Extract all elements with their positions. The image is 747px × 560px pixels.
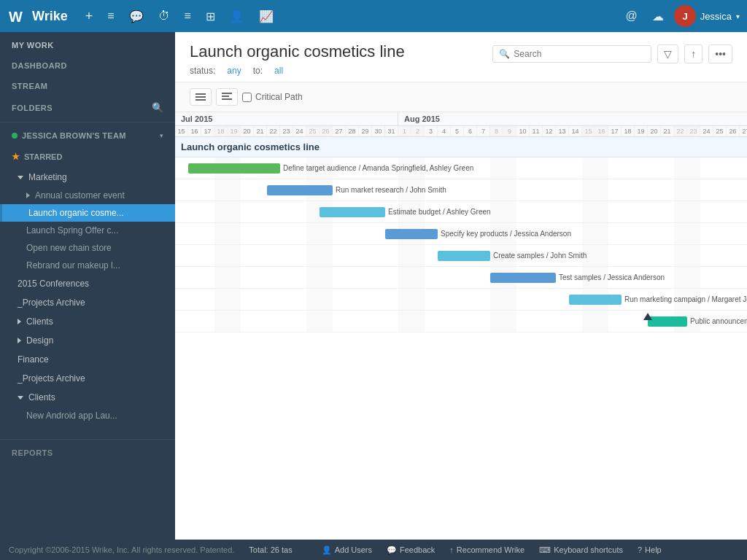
search-box[interactable]: 🔍 (492, 45, 651, 63)
gantt-scroll-area[interactable]: Jul 2015 Aug 2015 1516171819202122232425… (175, 112, 747, 540)
gantt-task-label-5: Test samples / Jessica Anderson (559, 273, 665, 281)
gantt-row-0[interactable]: Define target audience / Amanda Springfi… (175, 158, 747, 179)
folder-design[interactable]: Design (0, 331, 175, 350)
sidebar-item-folders[interactable]: FOLDERS 🔍 (0, 96, 175, 119)
search-input[interactable] (514, 49, 645, 59)
folder-new-android[interactable]: New Android app Lau... (0, 407, 175, 424)
day-cell-21: 21 (254, 126, 267, 136)
gantt-row-7[interactable]: Public announcement / Jessica Brown (175, 311, 747, 332)
svg-rect-7 (222, 93, 232, 94)
svg-rect-4 (196, 93, 206, 95)
day-cell-23: 23 (280, 126, 293, 136)
avatar: J (674, 5, 696, 27)
gantt-row-3[interactable]: Specify key products / Jessica Anderson (175, 223, 747, 245)
cloud-icon[interactable]: ☁ (648, 5, 668, 28)
folder-launch-organic[interactable]: Launch organic cosme... (0, 204, 175, 222)
filter-button[interactable]: ▽ (657, 44, 678, 63)
critical-path-toggle[interactable]: Critical Path (242, 92, 303, 102)
gantt-bar-7[interactable] (648, 316, 687, 327)
day-cell-24: 24 (700, 126, 713, 136)
critical-path-checkbox[interactable] (242, 93, 252, 102)
app-logo[interactable]: W Wrike (7, 6, 68, 26)
avatar-image: J (674, 5, 696, 27)
gantt-row-2[interactable]: Estimate budget / Ashley Green (175, 201, 747, 223)
project-title-row: Launch organic cosmetics line − ● ⤢ (175, 137, 747, 158)
gantt-bar-3[interactable] (385, 229, 438, 239)
folder-projects-archive-1[interactable]: _Projects Archive (0, 293, 175, 312)
gantt-bar-5[interactable] (490, 273, 556, 283)
gantt-row-5[interactable]: Test samples / Jessica Anderson (175, 267, 747, 289)
status-filter[interactable]: any (227, 66, 241, 76)
launch-organic-label: Launch organic cosme... (28, 208, 124, 218)
sidebar-reports[interactable]: REPORTS (0, 443, 175, 463)
folder-finance[interactable]: Finance (0, 350, 175, 369)
more-button[interactable]: ••• (708, 44, 732, 63)
gantt-row-6[interactable]: Run marketing campaign / Margaret Jennis… (175, 289, 747, 311)
starred-header[interactable]: ★ STARRED (0, 146, 175, 168)
grid-icon[interactable]: ⊞ (201, 5, 220, 28)
day-cell-18: 18 (214, 126, 228, 136)
user-icon[interactable]: 👤 (225, 5, 249, 28)
folder-projects-archive-2[interactable]: _Projects Archive (0, 369, 175, 388)
folder-launch-spring[interactable]: Launch Spring Offer c... (0, 222, 175, 239)
gantt-bar-4[interactable] (438, 251, 490, 261)
chart-icon[interactable]: 📈 (255, 5, 278, 28)
collapse-rows-button[interactable] (190, 88, 212, 106)
feedback-link[interactable]: 💬 Feedback (387, 545, 435, 555)
add-button[interactable]: + (81, 4, 98, 28)
sidebar-item-stream[interactable]: STREAM (0, 76, 175, 96)
add-users-link[interactable]: 👤 Add Users (322, 545, 372, 555)
gantt-bar-6[interactable] (569, 295, 622, 305)
folder-open-new-chain[interactable]: Open new chain store (0, 239, 175, 257)
at-icon[interactable]: @ (621, 5, 641, 27)
filter-icon[interactable]: ≡ (180, 5, 196, 27)
day-cell-20: 20 (648, 126, 661, 136)
sidebar-item-my-work[interactable]: MY WORK (0, 32, 175, 55)
help-link[interactable]: ? Help (638, 545, 662, 554)
username-label: Jessica (700, 11, 732, 22)
folder-clients-2[interactable]: Clients (0, 388, 175, 407)
finance-label: Finance (18, 354, 49, 365)
day-cell-25: 25 (713, 126, 727, 136)
open-new-chain-label: Open new chain store (26, 243, 112, 253)
recommend-link[interactable]: ↑ Recommend Wrike (449, 545, 525, 554)
gantt-bar-0[interactable] (188, 163, 280, 174)
search-icon: 🔍 (499, 49, 510, 59)
gantt-row-4[interactable]: Create samples / John Smith (175, 245, 747, 267)
folder-2015-conferences[interactable]: 2015 Conferences (0, 274, 175, 293)
sidebar-item-dashboard[interactable]: DASHBOARD (0, 55, 175, 76)
day-cell-20: 20 (241, 126, 254, 136)
to-label: to: (253, 66, 263, 76)
search-icon[interactable]: 🔍 (152, 102, 164, 113)
day-cell-5: 5 (451, 126, 464, 136)
folder-annual-customer-event[interactable]: Annual customer event (0, 187, 175, 204)
user-menu[interactable]: J Jessica ▾ (674, 5, 740, 27)
folder-marketing[interactable]: Marketing (0, 168, 175, 187)
menu-icon[interactable]: ≡ (103, 5, 118, 27)
gantt-bar-1[interactable] (267, 185, 333, 195)
gantt-bar-2[interactable] (320, 207, 385, 217)
day-cell-21: 21 (661, 126, 674, 136)
day-cell-28: 28 (346, 126, 359, 136)
svg-text:J: J (682, 11, 687, 22)
day-cell-14: 14 (569, 126, 582, 136)
share-button[interactable]: ↑ (684, 44, 703, 63)
gantt-row-1[interactable]: Run market research / John Smith (175, 179, 747, 201)
keyboard-shortcuts-link[interactable]: ⌨ Keyboard shortcuts (539, 545, 623, 555)
folder-rebrand[interactable]: Rebrand our makeup l... (0, 257, 175, 274)
app-name: Wrike (32, 9, 68, 24)
timer-icon[interactable]: ⏱ (154, 5, 174, 27)
main-filters: status: any to: all (190, 66, 732, 82)
chevron-right-icon-3 (18, 338, 21, 343)
expand-rows-button[interactable] (216, 88, 238, 106)
to-filter[interactable]: all (274, 66, 283, 76)
day-cell-8: 8 (490, 126, 503, 136)
day-cell-1: 1 (398, 126, 411, 136)
folder-clients-1[interactable]: Clients (0, 312, 175, 331)
day-cell-6: 6 (464, 126, 477, 136)
chat-icon[interactable]: 💬 (125, 5, 148, 28)
day-cell-24: 24 (293, 126, 306, 136)
team-header[interactable]: JESSICA BROWN'S TEAM ▾ (0, 125, 175, 146)
day-cell-16: 16 (188, 126, 201, 136)
clients-1-label: Clients (26, 316, 53, 327)
